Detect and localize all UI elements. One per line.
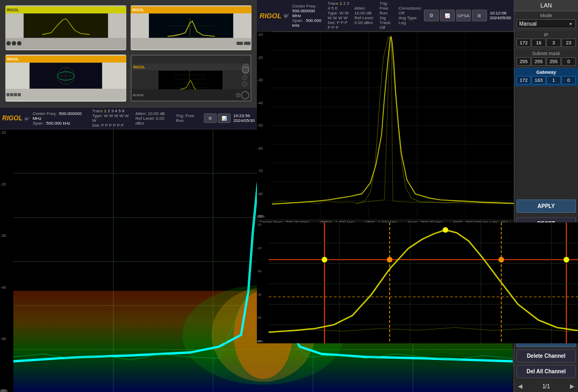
- mode-section: Mode Manual ►: [514, 11, 578, 30]
- bl-span-label: Span : 500.000 kHz: [33, 121, 88, 126]
- bl-center-label: Center Freq : 500.000000 MHz: [33, 111, 88, 121]
- instrument-thumb-4[interactable]: RIGOL: [131, 55, 252, 102]
- gateway-section: Gateway 172 163 1 0: [514, 68, 578, 87]
- ip-octet-3[interactable]: 3: [546, 39, 561, 47]
- subnet-label: Subnet mask: [516, 51, 576, 56]
- bl-date: 2024/05/30: [233, 118, 255, 123]
- gateway-octet-3[interactable]: 1: [546, 76, 561, 84]
- grid-icon-btn[interactable]: ⊞: [472, 10, 487, 21]
- mode-value-box[interactable]: Manual ►: [516, 19, 576, 28]
- main-container: RIGOL RIGOL: [0, 0, 578, 392]
- density-icon-btn[interactable]: ⚙: [204, 113, 217, 123]
- svg-point-63: [443, 227, 448, 233]
- instruments-grid: RIGOL RIGOL: [0, 0, 257, 107]
- channel-page-nav: ◄ 1/1 ►: [514, 380, 578, 392]
- delete-channel-btn[interactable]: Delete Channel: [516, 349, 576, 363]
- instrument-thumb-1[interactable]: RIGOL: [5, 5, 126, 50]
- subnet-octet-1[interactable]: 255: [516, 57, 531, 66]
- rtsa-icon-btn[interactable]: 📊: [218, 113, 231, 123]
- gateway-octet-2[interactable]: 163: [531, 76, 546, 84]
- rigol-logo-bottom: RIGOL: [2, 114, 22, 122]
- bl-trig: Trig: Free Run: [176, 113, 202, 123]
- mode-value: Manual: [519, 21, 537, 27]
- svg-point-64: [498, 257, 504, 262]
- top-date: 2024/05/30: [490, 16, 511, 20]
- apply-button[interactable]: APPLY: [516, 199, 576, 213]
- mode-arrow-icon: ►: [569, 21, 573, 26]
- trace-icon-btn[interactable]: 📈: [440, 10, 455, 21]
- ip-octet-2[interactable]: 16: [531, 39, 546, 47]
- top-spectrum: RIGOL ψ/ Center Freq : 500.000000 MHz Sp…: [257, 0, 514, 209]
- ip-octet-4[interactable]: 23: [561, 39, 576, 47]
- gateway-label: Gateway: [516, 70, 576, 75]
- settings-icon-btn[interactable]: ⚙: [424, 10, 439, 21]
- instrument-thumb-3[interactable]: RIGOL: [5, 55, 126, 102]
- bl-time: 10:23:56: [233, 113, 255, 118]
- left-panel: RIGOL RIGOL: [0, 0, 257, 392]
- subnet-octet-2[interactable]: 255: [531, 57, 546, 66]
- top-time: 10:12:08: [490, 11, 511, 16]
- gateway-input-row: 172 163 1 0: [516, 76, 576, 84]
- ch-next-btn[interactable]: ►: [568, 382, 576, 390]
- ip-input-row: 172 16 3 23: [516, 39, 576, 47]
- svg-rect-45: [269, 222, 578, 343]
- ch-prev-btn[interactable]: ◄: [516, 382, 524, 390]
- gateway-octet-1[interactable]: 172: [516, 76, 531, 84]
- subnet-section: Subnet mask 255 255 255 0: [514, 49, 578, 68]
- ch-page-num: 1/1: [543, 383, 550, 389]
- middle-panel: RIGOL ψ/ Center Freq : 500.000000 MHz Sp…: [257, 0, 514, 392]
- svg-rect-0: [42, 14, 89, 37]
- bl-atten: Atten: 10.00 dB: [135, 111, 172, 116]
- ip-label: IP: [516, 32, 576, 37]
- svg-point-65: [564, 257, 569, 262]
- ip-octet-1[interactable]: 172: [516, 39, 531, 47]
- svg-point-61: [322, 257, 327, 262]
- gpsa-icon-btn[interactable]: GPSA: [456, 10, 471, 21]
- del-all-channel-btn[interactable]: Del All Channel: [516, 365, 576, 378]
- svg-point-62: [387, 257, 392, 262]
- instrument-thumb-2[interactable]: RIGOL: [131, 5, 252, 50]
- subnet-octet-4[interactable]: 0: [561, 57, 576, 66]
- lan-header: LAN: [514, 0, 578, 11]
- bl-ref: Ref Level: 0.00 dBm: [135, 116, 172, 126]
- rigol-logo-top: RIGOL: [260, 12, 282, 20]
- bottom-left-spectrum: RIGOL ψ/ Center Freq : 500.000000 MHz Sp…: [0, 107, 257, 392]
- subnet-input-row: 255 255 255 0: [516, 57, 576, 66]
- mode-label: Mode: [516, 13, 576, 18]
- gateway-octet-4[interactable]: 0: [561, 76, 576, 84]
- ip-section: IP 172 16 3 23: [514, 30, 578, 49]
- subnet-octet-3[interactable]: 255: [546, 57, 561, 66]
